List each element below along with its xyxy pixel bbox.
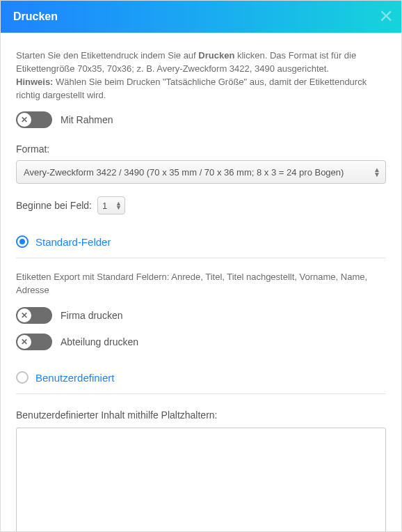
divider bbox=[16, 393, 386, 394]
toggle-firma-label: Firma drucken bbox=[61, 310, 122, 321]
updown-icon: ▲▼ bbox=[115, 201, 122, 210]
hint-text: Wählen Sie beim Drucken "Tatsächliche Gr… bbox=[16, 77, 367, 100]
toggle-mit-rahmen-label: Mit Rahmen bbox=[61, 114, 113, 125]
custom-content-textarea[interactable] bbox=[16, 428, 386, 531]
x-icon: ✕ bbox=[21, 116, 28, 124]
dialog-body: Starten Sie den Etikettendruck indem Sie… bbox=[1, 33, 401, 531]
print-dialog: Drucken × Starten Sie den Etikettendruck… bbox=[0, 0, 402, 532]
begin-label: Beginne bei Feld: bbox=[16, 200, 92, 211]
begin-field-select[interactable]: 1 ▲▼ bbox=[97, 196, 125, 214]
divider bbox=[16, 258, 386, 258]
radio-benutzerdefiniert[interactable]: Benutzerdefiniert bbox=[16, 371, 386, 384]
format-selected-value: Avery-Zweckform 3422 / 3490 (70 x 35 mm … bbox=[24, 167, 344, 178]
intro-bold: Drucken bbox=[198, 50, 234, 61]
begin-value: 1 bbox=[102, 201, 107, 211]
radio-unchecked-icon bbox=[16, 371, 29, 384]
hint-label: Hinweis: bbox=[16, 77, 53, 87]
intro-text: Starten Sie den Etikettendruck indem Sie… bbox=[16, 49, 386, 102]
standard-description: Etiketten Export mit Standard Feldern: A… bbox=[16, 271, 386, 297]
custom-content-label: Benutzerdefinierter Inhalt mithilfe Plal… bbox=[16, 409, 386, 421]
toggle-abteilung-label: Abteilung drucken bbox=[61, 336, 138, 347]
radio-standard-label: Standard-Felder bbox=[35, 236, 111, 248]
radio-checked-icon bbox=[16, 235, 29, 248]
toggle-abteilung-drucken[interactable]: ✕ bbox=[16, 334, 52, 350]
format-label: Format: bbox=[16, 143, 386, 155]
updown-icon: ▲▼ bbox=[373, 167, 380, 177]
close-icon[interactable]: × bbox=[379, 3, 393, 27]
format-select[interactable]: Avery-Zweckform 3422 / 3490 (70 x 35 mm … bbox=[16, 160, 386, 184]
x-icon: ✕ bbox=[21, 338, 28, 346]
x-icon: ✕ bbox=[21, 311, 28, 320]
radio-standard-felder[interactable]: Standard-Felder bbox=[16, 235, 386, 248]
dialog-titlebar: Drucken × bbox=[1, 1, 401, 33]
radio-custom-label: Benutzerdefiniert bbox=[35, 372, 114, 384]
intro-part1: Starten Sie den Etikettendruck indem Sie… bbox=[16, 50, 198, 61]
toggle-mit-rahmen[interactable]: ✕ bbox=[16, 111, 52, 128]
dialog-title: Drucken bbox=[13, 10, 58, 23]
toggle-firma-drucken[interactable]: ✕ bbox=[16, 307, 52, 324]
